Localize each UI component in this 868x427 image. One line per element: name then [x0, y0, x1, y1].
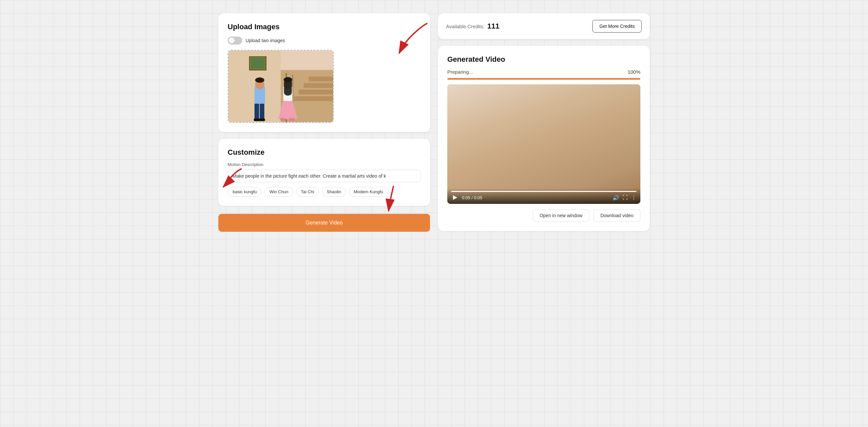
svg-rect-6 [309, 76, 333, 81]
motion-input[interactable] [228, 170, 421, 182]
video-time: 0:05 / 0:05 [462, 195, 482, 200]
main-container: Upload Images Upload two images [218, 13, 650, 232]
generated-video-title: Generated Video [447, 55, 640, 64]
video-actions: Open in new window Download video [447, 209, 640, 222]
progress-bar-fill [447, 78, 640, 80]
progress-bar-background [447, 78, 640, 80]
tag-win-chun[interactable]: Win Chun [265, 187, 293, 197]
generate-button[interactable]: Generate Video [218, 214, 430, 232]
play-icon [453, 195, 457, 200]
image-upload-area[interactable] [228, 50, 334, 123]
video-percent-text: 100% [628, 69, 640, 75]
fullscreen-icon[interactable]: ⛶ [622, 195, 628, 201]
right-column: Available Credits: 111 Get More Credits … [438, 13, 650, 232]
video-status-text: Preparing... [447, 69, 473, 75]
svg-rect-17 [259, 118, 265, 121]
svg-rect-16 [254, 118, 260, 121]
upload-annotation-container [228, 50, 421, 123]
tags-row: basic kungfu Win Chun Tai Chi Shaolin Mo… [228, 187, 421, 197]
get-credits-button[interactable]: Get More Credits [592, 20, 642, 32]
tag-basic-kungfu[interactable]: basic kungfu [228, 187, 262, 197]
customize-title: Customize [228, 148, 421, 157]
credits-value: 111 [487, 22, 499, 31]
motion-description-label: Motion Description [228, 162, 421, 167]
volume-icon[interactable]: 🔊 [613, 195, 619, 201]
svg-rect-23 [289, 118, 294, 121]
svg-rect-10 [250, 58, 265, 69]
generated-video-card: Generated Video Preparing... 100% [438, 46, 650, 231]
tag-modern-kungfu[interactable]: Modern Kungfu [349, 187, 388, 197]
video-background [447, 84, 640, 204]
upload-card: Upload Images Upload two images [218, 13, 430, 132]
video-scene [447, 84, 640, 204]
toggle-slider[interactable] [228, 36, 242, 45]
credits-label: Available Credits: [446, 24, 485, 29]
svg-rect-5 [304, 83, 333, 88]
video-controls-icons: 0:05 / 0:05 🔊 ⛶ ⋮ [451, 194, 637, 201]
upload-title: Upload Images [228, 23, 421, 31]
video-controls-bar[interactable]: 0:05 / 0:05 🔊 ⛶ ⋮ [447, 188, 640, 204]
credits-left: Available Credits: 111 [446, 22, 499, 31]
tag-tai-chi[interactable]: Tai Chi [296, 187, 319, 197]
svg-rect-22 [280, 118, 285, 121]
svg-point-21 [284, 77, 292, 82]
video-progress-fill [451, 191, 637, 192]
left-column: Upload Images Upload two images [218, 13, 430, 232]
svg-rect-4 [299, 90, 333, 95]
download-video-button[interactable]: Download video [593, 209, 640, 222]
image-placeholder [228, 51, 333, 122]
svg-rect-15 [260, 104, 265, 119]
svg-rect-3 [294, 96, 334, 101]
two-images-toggle[interactable] [228, 36, 242, 45]
tag-shaolin[interactable]: Shaolin [322, 187, 346, 197]
video-controls-right: 🔊 ⛶ ⋮ [613, 195, 637, 201]
toggle-row: Upload two images [228, 36, 421, 45]
play-button[interactable] [451, 194, 459, 201]
open-new-window-button[interactable]: Open in new window [532, 209, 589, 222]
credits-card: Available Credits: 111 Get More Credits [438, 13, 650, 39]
svg-rect-14 [254, 104, 259, 119]
video-progress-bar[interactable] [451, 191, 637, 192]
generate-container: Generate Video [218, 212, 430, 232]
more-options-icon[interactable]: ⋮ [631, 195, 637, 201]
toggle-label: Upload two images [246, 38, 285, 43]
svg-point-13 [255, 77, 265, 83]
customize-card: Customize Motion Description basic kungf… [218, 139, 430, 206]
video-status-row: Preparing... 100% [447, 69, 640, 75]
couple-illustration [228, 51, 333, 122]
video-frame[interactable]: 0:05 / 0:05 🔊 ⛶ ⋮ [447, 84, 640, 204]
